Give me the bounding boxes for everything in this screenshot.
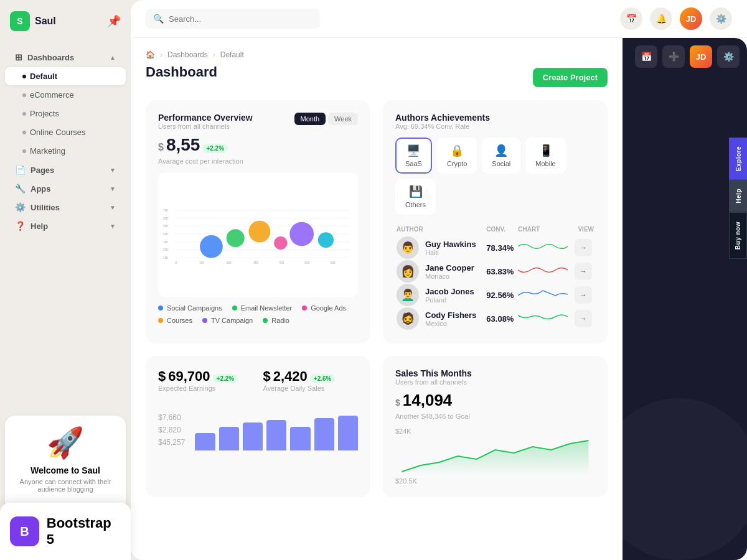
cat-tab-mobile[interactable]: 📱 Mobile (525, 138, 565, 174)
sidebar-item-default[interactable]: Default (5, 67, 126, 85)
dark-grid-icon[interactable]: ⚙️ (717, 45, 740, 68)
month-toggle-btn[interactable]: Month (294, 113, 326, 125)
cat-tab-crypto[interactable]: 🔒 Crypto (437, 138, 477, 174)
crypto-icon: 🔒 (450, 144, 464, 157)
cat-tab-saas[interactable]: 🖥️ SaaS (395, 138, 432, 174)
author-view-button[interactable]: → (575, 239, 592, 256)
search-box: 🔍 (146, 9, 320, 29)
metric-value: 8,55 (166, 135, 200, 155)
sales-value: 14,094 (403, 391, 453, 410)
sidebar-nav: ⊞ Dashboards ▲ Default eCommerce Project… (0, 42, 131, 411)
help-button[interactable]: Help (729, 180, 747, 212)
sidebar-section-apps[interactable]: 🔧 Apps ▼ (5, 180, 126, 197)
topbar-calendar-icon[interactable]: 📅 (620, 7, 642, 30)
legend-dot (263, 318, 268, 323)
author-row: 👩 Jane Cooper Monaco 63.83% → (397, 260, 594, 282)
dark-add-icon[interactable]: ➕ (662, 45, 685, 68)
bottom-row: $ 69,700 +2.2% Expected Earnings $ 2,420… (146, 356, 608, 497)
breadcrumb-dashboards[interactable]: Dashboards (167, 50, 208, 59)
apps-label: 🔧 Apps (15, 184, 51, 194)
content-main: 🏠 › Dashboards › Default Dashboard Creat… (131, 38, 622, 560)
sales-metric: $ 14,094 (395, 391, 595, 410)
author-chart (518, 284, 573, 306)
author-view-button[interactable]: → (575, 310, 592, 327)
bootstrap-banner: B Bootstrap 5 (0, 503, 131, 560)
svg-text:500: 500 (163, 225, 168, 228)
svg-point-26 (318, 232, 334, 248)
sidebar-item-marketing[interactable]: Marketing (5, 142, 126, 160)
help-label: ❓ Help (15, 221, 48, 231)
author-chart (518, 236, 573, 259)
logo-icon: S (10, 11, 30, 31)
author-view-cell: → (575, 236, 594, 259)
legend-dot (202, 318, 207, 323)
authors-subtitle: Avg. 69.34% Conv. Rate (395, 123, 490, 130)
welcome-subtitle: Anyone can connect with their audience b… (15, 478, 116, 493)
sidebar-item-projects[interactable]: Projects (5, 105, 126, 123)
author-chart (518, 307, 573, 330)
search-input[interactable] (169, 14, 312, 24)
svg-point-21 (200, 235, 223, 258)
topbar-notification-icon[interactable]: 🔔 (650, 7, 672, 30)
sidebar-section-pages[interactable]: 📄 Pages ▼ (5, 161, 126, 179)
content-area: 🏠 › Dashboards › Default Dashboard Creat… (131, 38, 747, 560)
author-view-button[interactable]: → (575, 286, 592, 304)
author-avatar: 👨‍🦱 (397, 284, 419, 306)
cat-tab-social[interactable]: 👤 Social (482, 138, 520, 174)
author-name: Guy Hawkins (425, 240, 476, 249)
dark-avatar-icon[interactable]: JD (690, 45, 712, 68)
sales-chart: $24K $20.5K (395, 427, 595, 485)
chart-legend: Social Campaigns Email Newsletter Google… (158, 304, 358, 324)
breadcrumb-default[interactable]: Default (220, 50, 244, 59)
dot-icon (22, 112, 26, 116)
author-info: 🧔 Cody Fishers Mexico (397, 307, 485, 330)
svg-text:600: 600 (163, 217, 168, 220)
sidebar-welcome: 🚀 Welcome to Saul Anyone can connect wit… (5, 416, 126, 510)
earnings-grid: $ 69,700 +2.2% Expected Earnings $ 2,420… (158, 368, 358, 392)
dark-panel-top: 📅 ➕ JD ⚙️ (622, 38, 747, 68)
sales-scale-205k: $20.5K (395, 477, 595, 485)
sidebar-section-help[interactable]: ❓ Help ▼ (5, 217, 126, 235)
pages-label: 📄 Pages (15, 165, 54, 175)
sidebar-section-dashboards[interactable]: ⊞ Dashboards ▲ (5, 49, 126, 66)
earnings-value2: $ 2,420 +2.6% (263, 368, 359, 385)
sidebar-pin-icon[interactable]: 📌 (107, 14, 121, 28)
dark-calendar-icon[interactable]: 📅 (635, 45, 657, 68)
sidebar-item-online-courses[interactable]: Online Courses (5, 123, 126, 141)
author-view-cell: → (575, 260, 594, 282)
buynow-button[interactable]: Buy now (729, 212, 747, 259)
author-view-button[interactable]: → (575, 263, 592, 280)
metric-badge: +2.2% (202, 144, 228, 153)
earnings-badge2: +2.6% (310, 374, 336, 383)
author-conv: 78.34% (486, 236, 517, 259)
earnings-label2: Average Daily Sales (263, 385, 359, 392)
legend-dot (232, 306, 237, 310)
explore-button[interactable]: Explore (729, 138, 747, 180)
saas-icon: 🖥️ (406, 144, 420, 157)
author-avatar: 🧔 (397, 307, 419, 330)
topbar-settings-icon[interactable]: ⚙️ (710, 7, 732, 30)
chevron-down-icon: ▼ (110, 204, 116, 211)
user-avatar[interactable]: JD (680, 7, 702, 30)
bar-1 (195, 433, 215, 450)
author-col-header: AUTHOR (397, 223, 485, 235)
home-icon[interactable]: 🏠 (146, 50, 155, 59)
legend-radio: Radio (263, 317, 289, 324)
apps-icon: 🔧 (15, 184, 26, 194)
svg-point-25 (289, 222, 314, 246)
sidebar-section-utilities[interactable]: ⚙️ Utilities ▼ (5, 198, 126, 216)
cat-tab-others[interactable]: 💾 Others (395, 179, 436, 215)
author-avatar: 👩 (397, 260, 419, 282)
logo-text: Saul (35, 16, 56, 27)
author-view-cell: → (575, 284, 594, 306)
chevron-down-icon: ▼ (110, 167, 116, 174)
sidebar-item-ecommerce[interactable]: eCommerce (5, 86, 126, 104)
legend-courses: Courses (158, 317, 192, 324)
week-toggle-btn[interactable]: Week (328, 113, 358, 125)
author-conv: 63.83% (486, 260, 517, 282)
create-project-button[interactable]: Create Project (533, 68, 608, 87)
author-view-cell: → (575, 307, 594, 330)
dark-panel: 📅 ➕ JD ⚙️ Explore Help Buy now (622, 38, 747, 560)
svg-point-24 (274, 236, 287, 250)
author-chart (518, 260, 573, 282)
